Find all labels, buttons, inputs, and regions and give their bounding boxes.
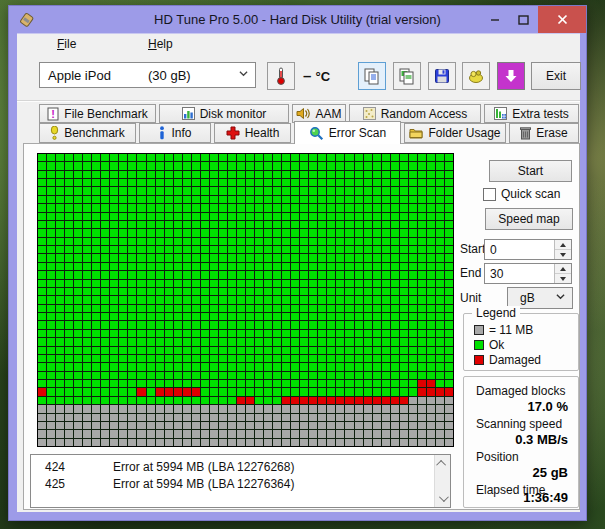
scan-block <box>336 388 344 395</box>
spin-down-icon[interactable] <box>555 273 571 283</box>
scan-block <box>400 422 408 429</box>
scan-block <box>273 414 281 421</box>
scan-block <box>192 388 200 395</box>
scan-block <box>183 372 191 379</box>
scan-block <box>147 422 155 429</box>
scan-block <box>400 221 408 228</box>
scan-block <box>409 254 417 261</box>
temperature-button[interactable] <box>267 62 295 90</box>
exit-button[interactable]: Exit <box>531 62 581 90</box>
end-position-input[interactable]: 30 <box>484 263 572 284</box>
spin-up-icon[interactable] <box>555 240 571 249</box>
copy-text-button[interactable] <box>358 62 386 90</box>
scan-block <box>318 338 326 345</box>
spin-up-icon[interactable] <box>555 264 571 273</box>
tab-erase[interactable]: Erase <box>509 123 579 143</box>
scan-block <box>174 213 182 220</box>
copy-image-button[interactable] <box>393 62 421 90</box>
scan-block <box>201 330 209 337</box>
scan-block <box>228 271 236 278</box>
quick-scan-checkbox[interactable] <box>483 188 496 201</box>
scan-block <box>427 204 435 211</box>
scan-block <box>228 254 236 261</box>
titlebar[interactable]: HD Tune Pro 5.00 - Hard Disk Utility (tr… <box>9 6 586 33</box>
start-scan-button[interactable]: Start <box>489 160 572 182</box>
tab-disk-monitor[interactable]: Disk monitor <box>159 104 289 123</box>
scan-block <box>147 330 155 337</box>
scan-block <box>273 363 281 370</box>
scan-block <box>219 213 227 220</box>
position-label: Position <box>476 450 519 464</box>
scroll-up-icon[interactable] <box>435 456 450 471</box>
scan-block <box>264 171 272 178</box>
scan-block <box>237 204 245 211</box>
start-spinner[interactable] <box>554 240 571 259</box>
scan-block <box>192 154 200 161</box>
scan-block <box>382 363 390 370</box>
scroll-down-icon[interactable] <box>435 491 450 506</box>
error-log-row[interactable]: 425 Error at 5994 MB (LBA 12276364) <box>31 477 450 494</box>
scan-block <box>174 414 182 421</box>
end-spinner[interactable] <box>554 264 571 283</box>
options-button[interactable] <box>462 62 490 90</box>
scan-block <box>92 171 100 178</box>
scan-block <box>174 254 182 261</box>
scan-block <box>228 288 236 295</box>
scan-block <box>101 162 109 169</box>
scan-block <box>119 271 127 278</box>
copy-text-icon <box>363 67 381 85</box>
scan-block <box>246 380 254 387</box>
tab-file-benchmark[interactable]: ! File Benchmark <box>39 104 156 123</box>
scan-block <box>38 380 46 387</box>
scan-block <box>255 288 263 295</box>
drive-selector[interactable]: Apple iPod (30 gB) <box>39 62 256 88</box>
scan-block <box>309 179 317 186</box>
tab-info[interactable]: Info <box>139 123 211 143</box>
spin-down-icon[interactable] <box>555 249 571 259</box>
scan-block <box>445 280 453 287</box>
scan-block <box>373 388 381 395</box>
close-button[interactable] <box>538 6 586 33</box>
tab-benchmark[interactable]: Benchmark <box>39 123 136 143</box>
maximize-button[interactable] <box>509 6 538 33</box>
scan-block <box>264 246 272 253</box>
scan-block <box>373 204 381 211</box>
error-log-list[interactable]: 424 Error at 5994 MB (LBA 12276268) 425 … <box>30 454 451 508</box>
tab-error-scan[interactable]: Error Scan <box>294 121 401 144</box>
scan-block <box>83 355 91 362</box>
capture-button[interactable] <box>497 62 525 90</box>
scan-block <box>65 430 73 437</box>
scan-block <box>336 355 344 362</box>
scan-block <box>291 405 299 412</box>
save-button[interactable] <box>428 62 456 90</box>
scan-block <box>110 305 118 312</box>
scan-block <box>210 330 218 337</box>
scan-block <box>210 414 218 421</box>
scan-block <box>318 196 326 203</box>
tab-extra-tests[interactable]: Extra tests <box>484 104 579 123</box>
scan-block <box>327 414 335 421</box>
menu-file[interactable]: File <box>57 37 76 51</box>
menu-help[interactable]: Help <box>148 37 173 51</box>
scan-block <box>273 430 281 437</box>
start-position-input[interactable]: 0 <box>484 239 572 260</box>
scan-block <box>355 229 363 236</box>
scan-block <box>110 229 118 236</box>
tab-folder-usage[interactable]: Folder Usage <box>404 123 506 143</box>
scan-block <box>300 296 308 303</box>
scan-block <box>174 397 182 404</box>
scan-block <box>418 380 426 387</box>
scrollbar[interactable] <box>434 455 450 507</box>
speed-map-button[interactable]: Speed map <box>485 208 573 230</box>
scan-block <box>56 372 64 379</box>
error-log-row[interactable]: 424 Error at 5994 MB (LBA 12276268) <box>31 460 450 477</box>
tab-health[interactable]: Health <box>214 123 291 143</box>
scan-block <box>74 196 82 203</box>
scan-block <box>137 187 145 194</box>
scan-block <box>409 179 417 186</box>
minimize-button[interactable] <box>480 6 509 33</box>
scan-block <box>165 405 173 412</box>
scan-block <box>255 204 263 211</box>
scan-block <box>264 154 272 161</box>
scan-block <box>318 288 326 295</box>
